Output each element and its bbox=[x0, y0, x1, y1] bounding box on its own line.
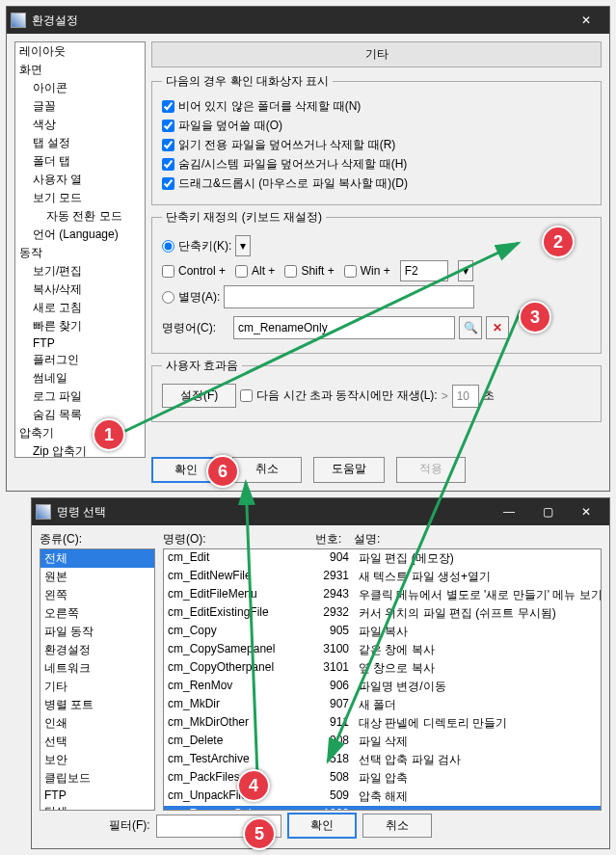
command-row[interactable]: cm_EditFileMenu2943우클릭 메뉴에서 별도로 '새로 만들기'… bbox=[164, 586, 601, 604]
tree-item[interactable]: 탭 설정 bbox=[15, 134, 145, 152]
command-row[interactable]: cm_MkDirOther911대상 판넬에 디렉토리 만들기 bbox=[164, 714, 601, 733]
tree-item[interactable]: 동작 bbox=[15, 244, 145, 262]
filter-label: 필터(F): bbox=[109, 817, 150, 834]
tree-item[interactable]: 복사/삭제 bbox=[15, 281, 145, 299]
alias-radio[interactable] bbox=[162, 291, 174, 304]
tree-item[interactable]: 사용자 열 bbox=[15, 171, 145, 189]
category-tree[interactable]: 레이아웃화면아이콘글꼴색상탭 설정폴더 탭사용자 열보기 모드자동 전환 모드언… bbox=[14, 41, 146, 458]
category-label: 종류(C): bbox=[40, 531, 82, 548]
category-item[interactable]: 오른쪽 bbox=[40, 604, 154, 623]
tree-item[interactable]: 보기/편집 bbox=[15, 262, 145, 281]
dialog-buttons: 확인 취소 도움말 적용 bbox=[7, 457, 609, 483]
tree-item[interactable]: 화면 bbox=[15, 61, 145, 79]
ok-button[interactable]: 확인 bbox=[287, 813, 357, 839]
command-row[interactable]: cm_CopyOtherpanel3101옆 창으로 복사 bbox=[164, 659, 601, 678]
tree-item[interactable]: 레이아웃 bbox=[15, 42, 145, 61]
alt-mod[interactable]: Alt + bbox=[235, 264, 275, 278]
confirm-checkbox[interactable]: 드래그&드롭시 (마우스로 파일 복사할 때)(D) bbox=[162, 175, 591, 192]
key-field[interactable]: F2 bbox=[400, 260, 448, 281]
sound-delay-check[interactable]: 다음 시간 초과 동작시에만 재생(L): bbox=[240, 387, 437, 404]
command-row[interactable]: cm_CopySamepanel3100같은 창에 복사 bbox=[164, 641, 601, 659]
category-item[interactable]: 전체 bbox=[40, 549, 154, 568]
titlebar: 환경설정 ✕ bbox=[7, 7, 609, 34]
browse-command-button[interactable]: 🔍 bbox=[459, 316, 482, 339]
command-row[interactable]: cm_RenMov906파일명 변경/이동 bbox=[164, 678, 601, 696]
tree-item[interactable]: 빠른 찾기 bbox=[15, 317, 145, 335]
category-item[interactable]: 클립보드 bbox=[40, 769, 154, 788]
confirm-checkbox[interactable]: 읽기 전용 파일을 덮어쓰거나 삭제할 때(R) bbox=[162, 137, 591, 153]
hotkey-dropdown-icon[interactable]: ▾ bbox=[235, 235, 251, 256]
command-row[interactable]: cm_Copy905파일 복사 bbox=[164, 623, 601, 641]
command-dialog: 명령 선택 — ▢ ✕ 종류(C): 전체원본왼쪽오른쪽파일 동작환경설정네트워… bbox=[31, 497, 610, 849]
command-row[interactable]: cm_UnpackFiles509압축 해제 bbox=[164, 788, 601, 806]
hotkey-radio[interactable] bbox=[162, 240, 174, 253]
tree-item[interactable]: 로그 파일 bbox=[15, 387, 145, 406]
number-column-label: 번호: bbox=[315, 531, 341, 548]
titlebar: 명령 선택 — ▢ ✕ bbox=[32, 498, 609, 525]
tree-item[interactable]: 글꼴 bbox=[15, 97, 145, 116]
maximize-icon[interactable]: ▢ bbox=[528, 500, 567, 523]
minimize-icon[interactable]: — bbox=[490, 500, 528, 523]
tree-item[interactable]: Zip 압축기 bbox=[15, 442, 145, 458]
category-item[interactable]: 병렬 포트 bbox=[40, 696, 154, 714]
tree-item[interactable]: 숨김 목록 bbox=[15, 406, 145, 424]
callout-6: 6 bbox=[206, 455, 239, 488]
callout-1: 1 bbox=[93, 418, 125, 451]
tree-item[interactable]: 새로 고침 bbox=[15, 299, 145, 317]
tree-item[interactable]: 보기 모드 bbox=[15, 189, 145, 207]
category-item[interactable]: 원본 bbox=[40, 568, 154, 586]
help-button[interactable]: 도움말 bbox=[313, 457, 385, 483]
cancel-button[interactable]: 취소 bbox=[232, 457, 302, 483]
ctrl-mod[interactable]: Control + bbox=[162, 264, 226, 278]
category-list[interactable]: 전체원본왼쪽오른쪽파일 동작환경설정네트워크기타병렬 포트인쇄선택보안클립보드F… bbox=[40, 548, 155, 811]
tree-item[interactable]: 색상 bbox=[15, 116, 145, 134]
command-row[interactable]: cm_EditExistingFile2932커서 위치의 파일 편집 (쉬프트… bbox=[164, 604, 601, 623]
settings-panel: 기타 다음의 경우 확인 대화상자 표시 비어 있지 않은 폴더를 삭제할 때(… bbox=[151, 41, 602, 426]
alias-field[interactable] bbox=[224, 285, 474, 308]
command-row[interactable]: cm_EditNewFile2931새 텍스트 파일 생성+열기 bbox=[164, 568, 601, 586]
category-item[interactable]: 기타 bbox=[40, 678, 154, 696]
tree-item[interactable]: 썸네일 bbox=[15, 369, 145, 387]
shift-mod[interactable]: Shift + bbox=[284, 264, 334, 278]
command-row[interactable]: cm_Edit904파일 편집 (메모장) bbox=[164, 549, 601, 568]
callout-3: 3 bbox=[519, 301, 551, 334]
command-row[interactable]: cm_PackFiles508파일 압축 bbox=[164, 769, 601, 788]
command-row[interactable]: cm_Delete908파일 삭제 bbox=[164, 733, 601, 751]
tree-item[interactable]: 아이콘 bbox=[15, 79, 145, 97]
command-row[interactable]: cm_RenameOnly1002이름 변경 (Shift+F6) bbox=[164, 806, 601, 811]
category-item[interactable]: 왼쪽 bbox=[40, 586, 154, 604]
sound-seconds-field[interactable] bbox=[452, 385, 479, 408]
category-item[interactable]: 환경설정 bbox=[40, 641, 154, 659]
tree-item[interactable]: 자동 전환 모드 bbox=[15, 207, 145, 226]
win-mod[interactable]: Win + bbox=[344, 264, 390, 278]
category-item[interactable]: FTP bbox=[40, 788, 154, 803]
command-list[interactable]: cm_Edit904파일 편집 (메모장)cm_EditNewFile2931새… bbox=[163, 548, 602, 811]
close-icon[interactable]: ✕ bbox=[567, 9, 605, 32]
tree-item[interactable]: 언어 (Language) bbox=[15, 226, 145, 244]
clear-command-button[interactable]: ✕ bbox=[486, 316, 509, 339]
sound-settings-button[interactable]: 설정(F) bbox=[162, 384, 236, 408]
close-icon[interactable]: ✕ bbox=[567, 500, 605, 523]
hotkey-radio-label: 단축키(K): bbox=[178, 238, 231, 254]
confirm-checkbox[interactable]: 파일을 덮어쓸 때(O) bbox=[162, 118, 591, 134]
category-item[interactable]: 인쇄 bbox=[40, 714, 154, 733]
tree-item[interactable]: 플러그인 bbox=[15, 351, 145, 369]
category-item[interactable]: 선택 bbox=[40, 733, 154, 751]
category-item[interactable]: 네트워크 bbox=[40, 659, 154, 678]
confirm-checkbox[interactable]: 숨김/시스템 파일을 덮어쓰거나 삭제할 때(H) bbox=[162, 156, 591, 173]
category-item[interactable]: 보안 bbox=[40, 751, 154, 769]
command-field[interactable] bbox=[233, 316, 455, 339]
app-icon bbox=[11, 13, 26, 28]
apply-button[interactable]: 적용 bbox=[396, 457, 466, 483]
alias-radio-label: 별명(A): bbox=[178, 289, 220, 306]
tree-item[interactable]: FTP bbox=[15, 335, 145, 351]
command-row[interactable]: cm_MkDir907새 폴더 bbox=[164, 696, 601, 714]
callout-5: 5 bbox=[243, 817, 276, 850]
key-dropdown-icon[interactable]: ▾ bbox=[458, 260, 473, 281]
confirm-checkbox[interactable]: 비어 있지 않은 폴더를 삭제할 때(N) bbox=[162, 98, 591, 115]
cancel-button[interactable]: 취소 bbox=[362, 814, 432, 838]
command-row[interactable]: cm_TestArchive518선택 압축 파일 검사 bbox=[164, 751, 601, 769]
category-item[interactable]: 탐색 bbox=[40, 803, 154, 811]
category-item[interactable]: 파일 동작 bbox=[40, 623, 154, 641]
tree-item[interactable]: 폴더 탭 bbox=[15, 152, 145, 171]
